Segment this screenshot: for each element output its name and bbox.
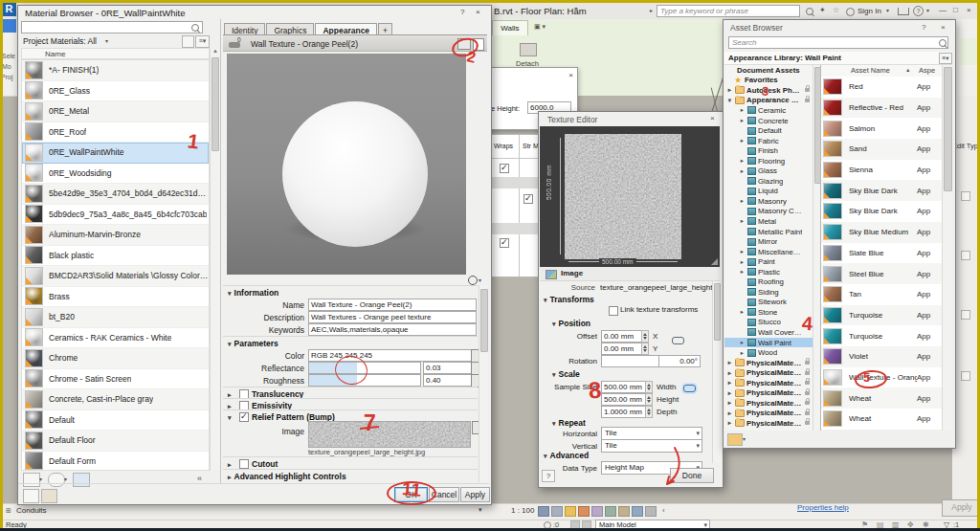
asset-tree-item[interactable]: Wall Covering <box>724 327 813 338</box>
open-library-panel-icon[interactable] <box>73 473 90 487</box>
asset-category-tree[interactable]: Document Assets Favorites ▸ Autodesk Phy… <box>724 65 813 431</box>
scale-section[interactable]: Scale <box>552 369 580 379</box>
section-advanced-highlight[interactable]: Advanced Highlight Controls <box>228 472 346 481</box>
link-transforms-checkbox[interactable] <box>609 306 618 316</box>
asset-list-item[interactable]: Reflective - Red App <box>821 98 942 119</box>
material-list-item[interactable]: Default Form <box>22 452 209 472</box>
asset-tree-item[interactable]: ▸ Wood <box>724 347 813 358</box>
ribbon-tab-walls[interactable]: Walls <box>492 20 528 35</box>
asset-tree-item[interactable]: ▸ Concrete <box>724 116 813 126</box>
asset-list-item[interactable]: Sky Blue Dark App <box>821 180 942 201</box>
asset-tree-item[interactable]: Document Assets <box>724 65 813 76</box>
asset-tree-item[interactable]: ▸ PhysicalMaterial_Str... <box>724 367 813 378</box>
material-list-item[interactable]: 0RE_Glass <box>22 81 209 102</box>
asset-grid-icon[interactable] <box>23 489 39 503</box>
rotation-slider-field[interactable] <box>601 355 660 367</box>
pane-divider[interactable] <box>220 19 221 484</box>
view-mode-icon[interactable] <box>182 35 194 48</box>
asset-tree-item[interactable]: Finish <box>724 145 813 156</box>
asset-list-item[interactable]: Steel Blue App <box>821 263 942 284</box>
material-list-item[interactable]: 5be42d9e_35e3_4704_b0d4_d642ec31da26 <box>22 184 209 205</box>
position-section[interactable]: Position <box>552 319 590 328</box>
asset-tree-item[interactable]: Liquid <box>724 187 813 197</box>
asset-list-item[interactable]: Turquoise App <box>821 305 942 326</box>
material-list-item[interactable]: 5db9dec9_75a3_4a8c_8a45_6b4cfc703cab <box>22 205 209 226</box>
section-cutout[interactable] <box>228 459 234 469</box>
asset-list-item[interactable]: Sand App <box>821 139 942 160</box>
edit-asset-icon[interactable] <box>41 489 57 503</box>
scale-link-button[interactable] <box>683 385 696 392</box>
tree-expand-icon[interactable]: ▸ <box>739 308 746 316</box>
properties-help-link[interactable]: Properties help <box>797 503 849 512</box>
asset-name-column[interactable]: Asset Name <box>851 66 890 75</box>
transforms-section[interactable]: Transforms <box>544 295 594 304</box>
image-section-bar[interactable]: Image <box>540 267 720 281</box>
asset-tree-item[interactable]: ▸ PhysicalMaterial_Str... <box>724 388 813 399</box>
search-icon[interactable] <box>806 8 813 15</box>
infocenter-expand-icon[interactable]: ▸ <box>650 7 653 13</box>
wraps-checkbox[interactable] <box>500 164 509 173</box>
store-cart-icon[interactable] <box>898 8 909 15</box>
close-icon[interactable]: × <box>476 8 480 16</box>
relief-pattern-checkbox[interactable] <box>239 412 249 422</box>
depth-spinner[interactable] <box>645 406 653 418</box>
material-list-scrollbar[interactable]: ▲ <box>210 48 220 471</box>
section-relief-pattern[interactable] <box>228 412 234 422</box>
sign-in-person-icon[interactable] <box>846 8 855 16</box>
repeat-section[interactable]: Repeat <box>552 418 586 428</box>
list-options-icon[interactable]: ≡▾ <box>195 35 210 48</box>
project-materials-filter[interactable]: Project Materials: All <box>23 36 97 46</box>
tree-expand-icon[interactable]: ▸ <box>726 379 733 387</box>
asset-list-item[interactable]: Salmon App <box>821 118 942 139</box>
rotation-value[interactable]: 0.00° <box>658 355 701 367</box>
height-spinner[interactable] <box>645 393 653 406</box>
offset-x-field[interactable]: 0.00 mm <box>601 330 645 343</box>
section-information[interactable]: Information <box>228 288 278 298</box>
asset-tree-item[interactable]: Glazing <box>724 176 813 187</box>
asset-list-item[interactable]: Sky Blue Medium App <box>821 222 942 243</box>
properties-row-button[interactable] <box>961 310 970 320</box>
properties-row-button[interactable] <box>961 371 970 381</box>
properties-row-button[interactable] <box>961 251 970 260</box>
tree-expand-icon[interactable]: ▸ <box>739 258 746 266</box>
asset-tree-item[interactable]: ▸ PhysicalMaterial_Str... <box>724 409 813 419</box>
material-library-globe-icon[interactable] <box>48 473 65 487</box>
asset-tree-item[interactable]: Metallic Paint <box>724 227 813 237</box>
material-list-item[interactable]: Chrome <box>22 348 209 369</box>
tree-expand-icon[interactable]: ▸ <box>739 157 746 165</box>
material-list-item[interactable]: Default Floor <box>22 431 209 452</box>
asset-tree-item[interactable]: ▾ Appearance Library <box>724 96 813 106</box>
asset-tree-item[interactable]: ▸ PhysicalMaterial_Str... <box>724 378 813 388</box>
library-folder-icon[interactable] <box>727 433 743 446</box>
asset-tree-item[interactable]: Roofing <box>724 277 813 287</box>
tree-expand-icon[interactable]: ▸ <box>739 106 746 114</box>
horizontal-repeat-select[interactable]: Tile <box>601 427 702 440</box>
material-list-item[interactable]: Default <box>22 410 209 431</box>
bump-image-preview[interactable] <box>308 421 471 448</box>
crop-view-icon[interactable] <box>591 506 603 517</box>
tree-expand-icon[interactable]: ▸ <box>726 389 733 397</box>
render-quality-icon[interactable] <box>468 276 478 285</box>
sort-ascending-icon[interactable]: ▲ <box>905 67 910 73</box>
tree-expand-icon[interactable]: ▸ <box>726 399 733 407</box>
appearance-scrollbar[interactable] <box>479 285 488 482</box>
shadows-icon[interactable] <box>578 506 590 517</box>
asset-tree-item[interactable]: ▸ Masonry <box>724 196 813 207</box>
chevron-down-icon[interactable]: ▾ <box>479 506 482 514</box>
tree-expand-icon[interactable]: ▸ <box>726 86 733 94</box>
section-parameters[interactable]: Parameters <box>228 339 278 348</box>
material-search-input[interactable] <box>21 21 203 33</box>
offset-x-spinner[interactable] <box>641 330 649 343</box>
asset-tree-item[interactable]: ▸ Stone <box>724 307 813 318</box>
asset-tree-item[interactable]: ▸ Ceramic <box>724 105 813 116</box>
asset-tree-item[interactable]: Sitework <box>724 298 813 308</box>
edit-type-label[interactable]: Edit Type <box>952 142 980 150</box>
asset-tree-item[interactable]: ▸ PhysicalMaterial_Str... <box>724 398 813 409</box>
project-browser-item[interactable]: Conduits <box>16 506 47 515</box>
tree-expand-icon[interactable]: ▸ <box>739 248 746 255</box>
width-spinner[interactable] <box>645 381 653 393</box>
maximize-button[interactable]: □ <box>953 6 958 14</box>
material-list-item[interactable]: 0RE_Metal <box>22 101 209 122</box>
cutout-checkbox[interactable] <box>239 459 249 469</box>
asset-tree-item[interactable]: ▸ Paint <box>724 256 813 267</box>
